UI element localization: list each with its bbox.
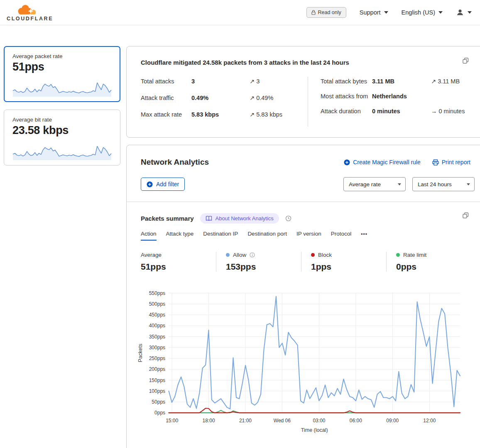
stat-value: 0.49% <box>191 93 249 103</box>
svg-text:100pps: 100pps <box>149 388 165 394</box>
cloudflare-cloud-icon <box>16 4 39 15</box>
chevron-down-icon <box>384 11 388 14</box>
time-info-button[interactable] <box>285 215 291 222</box>
chevron-down-icon <box>438 11 443 14</box>
page-title: Network Analytics <box>141 158 209 167</box>
svg-text:350pps: 350pps <box>149 334 165 340</box>
series-stats-row: Average 51pps Allow 153pps <box>141 252 471 272</box>
dimension-tabs: Action Attack type Destination IP Destin… <box>127 224 480 241</box>
book-icon <box>206 216 212 221</box>
metric-card-packet-rate[interactable]: Average packet rate 51pps <box>4 46 120 102</box>
stat-value: 3 <box>191 77 249 86</box>
network-analytics-card: Network Analytics Create Magic Firewall … <box>126 145 480 448</box>
svg-text:50pps: 50pps <box>152 399 165 405</box>
svg-text:450pps: 450pps <box>149 312 165 318</box>
svg-text:200pps: 200pps <box>149 366 165 372</box>
stat-value: 153pps <box>226 262 301 272</box>
create-magic-firewall-rule-link[interactable]: Create Magic Firewall rule <box>344 159 421 166</box>
summary-left-column: Total attacks 3 ↗ 3 Attack traffic 0.49%… <box>141 77 308 127</box>
svg-text:500pps: 500pps <box>149 301 165 307</box>
svg-text:12:00: 12:00 <box>423 418 436 424</box>
stat-trend: ↗ 5.83 kbps <box>250 110 308 119</box>
summary-right-column: Total attack bytes 3.11 MB ↗ 3.11 MB Mos… <box>308 77 471 127</box>
about-network-analytics-badge[interactable]: About Network Analytics <box>200 213 279 224</box>
svg-text:Wed 06: Wed 06 <box>274 418 291 424</box>
language-menu[interactable]: English (US) <box>402 9 443 16</box>
copy-link-button[interactable] <box>463 58 469 64</box>
support-label: Support <box>360 9 381 16</box>
stat-rate-limit: Rate limit 0pps <box>386 252 471 272</box>
stat-value: 0 minutes <box>372 107 430 116</box>
svg-text:Time (local): Time (local) <box>301 427 328 433</box>
packets-chart: 0pps50pps100pps150pps200pps250pps300pps3… <box>136 287 479 434</box>
link-label: Create Magic Firewall rule <box>353 159 421 166</box>
allow-dot-icon <box>226 253 230 257</box>
tab-ip-version[interactable]: IP version <box>296 231 321 241</box>
tab-action[interactable]: Action <box>141 231 157 241</box>
plus-circle-icon <box>344 159 350 166</box>
attack-summary-title: Cloudflare mitigated 24.58k packets from… <box>141 59 471 66</box>
tab-destination-ip[interactable]: Destination IP <box>203 231 238 241</box>
svg-text:400pps: 400pps <box>149 323 165 329</box>
metric-value: 23.58 kbps <box>12 124 112 137</box>
stat-value: 0pps <box>396 262 471 272</box>
stat-value: 51pps <box>141 262 216 272</box>
stat-value: 3.11 MB <box>372 77 430 86</box>
brand-text: CLOUDFLARE <box>7 16 53 22</box>
svg-text:06:00: 06:00 <box>350 418 362 424</box>
stat-value: Netherlands <box>372 92 430 101</box>
packets-summary-title: Packets summary <box>141 215 194 222</box>
clock-icon <box>285 215 291 222</box>
more-tabs-button[interactable]: ••• <box>361 231 367 241</box>
lock-icon <box>311 10 316 15</box>
time-range-value: Last 24 hours <box>418 181 452 187</box>
stat-trend: ↗ 0.49% <box>250 93 308 103</box>
copy-link-button[interactable] <box>463 212 469 219</box>
svg-text:550pps: 550pps <box>149 290 165 296</box>
metric-card-bit-rate[interactable]: Average bit rate 23.58 kbps <box>4 110 120 166</box>
support-menu[interactable]: Support <box>360 9 388 16</box>
svg-text:03:00: 03:00 <box>313 418 325 424</box>
time-range-select[interactable]: Last 24 hours <box>412 177 475 191</box>
metric-select[interactable]: Average rate <box>343 177 406 191</box>
plus-circle-icon <box>147 181 153 187</box>
tab-protocol[interactable]: Protocol <box>331 231 352 241</box>
read-only-badge: Read only <box>306 7 346 18</box>
info-icon[interactable] <box>250 252 255 258</box>
chevron-down-icon <box>398 183 401 185</box>
metric-sidebar: Average packet rate 51pps Average bit ra… <box>4 46 120 166</box>
cloudflare-logo[interactable]: CLOUDFLARE <box>7 4 53 22</box>
summary-row: Total attacks 3 ↗ 3 <box>141 77 308 86</box>
add-filter-label: Add filter <box>156 181 179 187</box>
stat-trend: ↗ 3 <box>250 77 308 86</box>
tab-destination-port[interactable]: Destination port <box>247 231 287 241</box>
copy-icon <box>463 212 469 219</box>
metric-value: 51pps <box>12 61 112 73</box>
stat-label: Block <box>318 252 332 258</box>
account-menu[interactable] <box>456 8 472 17</box>
summary-row: Max attack rate 5.83 kbps ↗ 5.83 kbps <box>141 110 308 119</box>
metric-label: Average packet rate <box>12 53 112 59</box>
copy-icon <box>463 58 469 64</box>
svg-text:Packets: Packets <box>137 344 143 363</box>
stat-label: Total attacks <box>141 77 191 86</box>
metric-select-value: Average rate <box>349 181 381 187</box>
stat-label: Rate limit <box>403 252 426 258</box>
stat-label: Attack duration <box>321 107 371 116</box>
stat-value: 1pps <box>311 262 386 272</box>
tab-attack-type[interactable]: Attack type <box>166 231 194 241</box>
packets-time-series-chart[interactable]: 0pps50pps100pps150pps200pps250pps300pps3… <box>136 287 479 434</box>
summary-row: Attack traffic 0.49% ↗ 0.49% <box>141 93 308 103</box>
svg-text:0pps: 0pps <box>154 410 165 416</box>
stat-value: 5.83 kbps <box>191 110 249 119</box>
attack-summary-card: Cloudflare mitigated 24.58k packets from… <box>126 46 480 138</box>
svg-text:300pps: 300pps <box>149 345 165 351</box>
add-filter-button[interactable]: Add filter <box>141 178 185 191</box>
svg-text:15:00: 15:00 <box>166 418 178 424</box>
link-label: Print report <box>442 159 470 166</box>
svg-text:21:00: 21:00 <box>239 418 252 424</box>
print-report-link[interactable]: Print report <box>432 159 470 166</box>
stat-average: Average 51pps <box>141 252 216 272</box>
summary-row: Total attack bytes 3.11 MB ↗ 3.11 MB <box>321 77 471 86</box>
stat-label: Attack traffic <box>141 93 191 103</box>
